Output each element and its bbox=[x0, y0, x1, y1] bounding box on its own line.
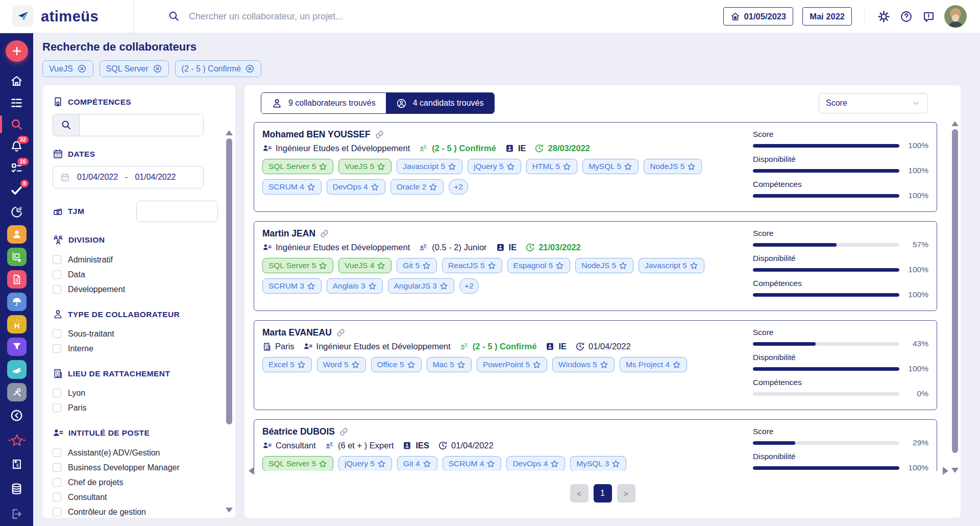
poste-option[interactable]: Business Developper Manager bbox=[53, 460, 218, 475]
poste-option[interactable]: Consultant bbox=[53, 490, 218, 505]
more-skills-chip[interactable]: +2 bbox=[459, 278, 479, 294]
checkbox[interactable] bbox=[53, 329, 61, 338]
user-avatar[interactable] bbox=[944, 5, 967, 28]
star-icon bbox=[611, 460, 620, 468]
sidebar-item-favorites[interactable] bbox=[0, 431, 33, 450]
sidebar-item-hotel[interactable]: H bbox=[7, 315, 27, 333]
progress-fill bbox=[753, 169, 899, 173]
card-name-row: Mohamed BEN YOUSSEF bbox=[262, 129, 742, 140]
sort-select[interactable]: Score bbox=[819, 93, 928, 113]
checkbox[interactable] bbox=[53, 270, 61, 279]
sidebar-item-documents[interactable] bbox=[7, 270, 27, 289]
tab-candidates[interactable]: 4 candidats trouvés bbox=[386, 93, 494, 113]
candidate-card[interactable]: Martin JEANIngénieur Etudes et Développe… bbox=[254, 221, 937, 311]
reference-date-button[interactable]: 01/05/2023 bbox=[723, 7, 794, 26]
tab-collaborators[interactable]: 9 collaborateurs trouvés bbox=[261, 93, 386, 113]
remove-filter-icon[interactable] bbox=[153, 64, 162, 74]
global-search-input[interactable] bbox=[189, 11, 505, 22]
checkbox[interactable] bbox=[53, 448, 61, 457]
scroll-down-arrow[interactable] bbox=[951, 468, 959, 473]
results-scrollbar[interactable] bbox=[951, 121, 959, 473]
poste-option[interactable]: Contrôleur de gestion bbox=[53, 505, 218, 518]
sidebar-item-invoices[interactable]: € bbox=[0, 455, 33, 474]
sidebar-item-tools[interactable] bbox=[7, 383, 27, 401]
scrollbar-thumb[interactable] bbox=[952, 129, 958, 453]
active-filter-chip[interactable]: (2 - 5 ) Confirmé bbox=[175, 60, 261, 77]
scroll-up-arrow[interactable] bbox=[951, 121, 959, 126]
sidebar-item-database[interactable] bbox=[0, 480, 33, 499]
checkbox[interactable] bbox=[53, 508, 61, 516]
skill-label: Git 4 bbox=[403, 459, 420, 468]
checkbox[interactable] bbox=[53, 478, 61, 487]
skill-chip: DevOps 4 bbox=[327, 179, 385, 195]
sidebar-item-notifications[interactable]: 32 bbox=[0, 135, 33, 157]
skill-label: DevOps 4 bbox=[512, 459, 548, 468]
sidebar-item-search[interactable] bbox=[0, 113, 33, 135]
person-outline-icon bbox=[53, 309, 63, 320]
lieu-option[interactable]: Paris bbox=[53, 400, 218, 415]
progress-fill bbox=[753, 342, 816, 346]
feedback-icon[interactable] bbox=[922, 10, 935, 23]
hscroll-right-arrow[interactable] bbox=[943, 467, 948, 475]
checkbox[interactable] bbox=[53, 344, 61, 353]
date-separator: - bbox=[125, 173, 128, 182]
checkbox[interactable] bbox=[53, 255, 61, 264]
poste-option[interactable]: Chef de projets bbox=[53, 475, 218, 490]
sidebar-item-logout[interactable] bbox=[0, 504, 33, 523]
sidebar-item-home[interactable] bbox=[0, 70, 33, 92]
checkbox[interactable] bbox=[53, 463, 61, 472]
type-collaborateur-option[interactable]: Sous-traitant bbox=[53, 326, 218, 341]
pagination-page-1[interactable]: 1 bbox=[594, 484, 612, 503]
more-skills-chip[interactable]: +2 bbox=[449, 179, 468, 195]
candidate-card[interactable]: Béatrice DUBOISConsultant(6 et + ) Exper… bbox=[254, 419, 937, 471]
sidebar-item-logistics[interactable] bbox=[7, 248, 27, 266]
filter-panel-scrollbar[interactable] bbox=[226, 130, 233, 513]
sidebar-item-filter[interactable] bbox=[7, 338, 27, 356]
skill-chip: Office 5 bbox=[371, 357, 422, 372]
division-option[interactable]: Data bbox=[53, 267, 218, 282]
sidebar-item-hr[interactable] bbox=[7, 225, 27, 244]
sidebar-item-validations[interactable]: 8 bbox=[0, 179, 33, 201]
logo[interactable]: atimeüs bbox=[0, 0, 134, 33]
type-collaborateur-option[interactable]: Interne bbox=[53, 341, 218, 356]
scroll-up-arrow[interactable] bbox=[226, 130, 233, 135]
skill-label: jQuery 5 bbox=[345, 459, 375, 468]
active-filter-chip[interactable]: SQL Server bbox=[100, 60, 169, 77]
lieu-option[interactable]: Lyon bbox=[53, 386, 218, 400]
scrollbar-thumb[interactable] bbox=[226, 138, 232, 424]
remove-filter-icon[interactable] bbox=[245, 64, 255, 74]
checkbox[interactable] bbox=[53, 285, 61, 294]
sidebar-item-insurance[interactable] bbox=[7, 293, 27, 311]
help-icon[interactable] bbox=[899, 10, 913, 23]
checkbox[interactable] bbox=[53, 403, 61, 412]
division-option[interactable]: Développement bbox=[53, 282, 218, 297]
link-icon[interactable] bbox=[336, 328, 345, 337]
sidebar-item-benefits[interactable] bbox=[7, 360, 27, 378]
date-range-input[interactable]: 01/04/2022 - 01/04/2022 bbox=[53, 166, 204, 188]
link-icon[interactable] bbox=[339, 427, 348, 436]
division-option[interactable]: Administratif bbox=[53, 252, 218, 267]
sidebar-item-planning[interactable]: 16 bbox=[0, 157, 33, 179]
sidebar-item-reports[interactable] bbox=[0, 201, 33, 223]
month-selector-button[interactable]: Mai 2022 bbox=[802, 7, 852, 26]
scroll-down-arrow[interactable] bbox=[226, 508, 233, 513]
link-icon[interactable] bbox=[320, 229, 329, 238]
settings-gear-icon[interactable] bbox=[877, 10, 890, 23]
competences-search-input[interactable] bbox=[80, 114, 203, 136]
filter-panel: COMPÉTENCES DATES 0 bbox=[42, 85, 235, 518]
pagination-next-button[interactable]: > bbox=[617, 484, 635, 503]
active-filter-chip[interactable]: VueJS bbox=[42, 60, 93, 77]
tjm-input[interactable] bbox=[136, 201, 218, 222]
checkbox[interactable] bbox=[53, 389, 61, 397]
link-icon[interactable] bbox=[375, 130, 384, 139]
sidebar-item-list[interactable] bbox=[0, 92, 33, 114]
checkbox[interactable] bbox=[53, 493, 61, 501]
candidate-card[interactable]: Marta EVANEAUParisIngénieur Etudes et Dé… bbox=[254, 320, 937, 410]
poste-option[interactable]: Assistant(e) ADV/Gestion bbox=[53, 445, 218, 460]
candidate-card[interactable]: Mohamed BEN YOUSSEFIngénieur Etudes et D… bbox=[254, 122, 937, 212]
sidebar-item-back[interactable] bbox=[0, 406, 33, 425]
pagination-prev-button[interactable]: < bbox=[570, 484, 589, 503]
hscroll-left-arrow[interactable] bbox=[249, 467, 254, 475]
remove-filter-icon[interactable] bbox=[77, 64, 87, 74]
add-button[interactable] bbox=[6, 40, 28, 62]
